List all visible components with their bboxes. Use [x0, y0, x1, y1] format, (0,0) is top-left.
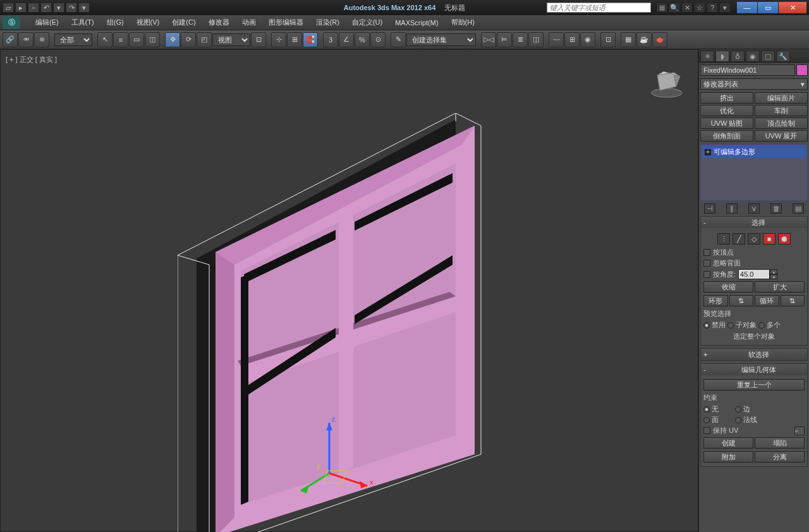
- select-icon[interactable]: ↖: [97, 32, 113, 47]
- viewcube[interactable]: [648, 63, 685, 98]
- dd-icon[interactable]: ▾: [719, 3, 731, 13]
- menu-graph[interactable]: 图形编辑器: [262, 18, 310, 27]
- angle-snap-icon[interactable]: ∠: [339, 32, 354, 47]
- radio-subobj[interactable]: [727, 322, 734, 329]
- menu-create[interactable]: 创建(C): [166, 18, 202, 27]
- mod-editpatch[interactable]: 编辑面片: [755, 92, 808, 104]
- rollout-soft-selection-header[interactable]: +软选择: [701, 349, 807, 360]
- rollout-edit-geometry-header[interactable]: -编辑几何体: [701, 364, 807, 375]
- mod-lathe[interactable]: 车削: [755, 105, 808, 116]
- radio-disable[interactable]: [703, 322, 710, 329]
- menu-help[interactable]: 帮助(H): [445, 18, 481, 27]
- chk-preserve-uv[interactable]: [703, 427, 710, 434]
- rollout-selection-header[interactable]: -选择: [701, 217, 807, 228]
- material-icon[interactable]: ◉: [580, 32, 595, 47]
- menu-modifiers[interactable]: 修改器: [202, 18, 236, 27]
- spin-up-icon[interactable]: ▴: [770, 269, 777, 274]
- new-icon[interactable]: ▱: [3, 3, 14, 13]
- pivot-icon[interactable]: ⊡: [251, 32, 266, 47]
- btn-attach[interactable]: 附加: [703, 451, 753, 462]
- menu-maxscript[interactable]: MAXScript(M): [389, 19, 444, 27]
- menu-customize[interactable]: 自定义(U): [346, 18, 389, 27]
- mod-vertpaint[interactable]: 顶点绘制: [755, 118, 808, 129]
- btn-loop[interactable]: 循环: [755, 295, 779, 306]
- render-prod-icon[interactable]: ☕: [636, 32, 652, 47]
- subobj-border-icon[interactable]: ◇: [748, 233, 760, 245]
- tab-hierarchy-icon[interactable]: ♁: [731, 51, 745, 62]
- tab-motion-icon[interactable]: ◉: [746, 51, 760, 62]
- object-color-swatch[interactable]: [796, 64, 808, 76]
- undo-icon[interactable]: ↶: [40, 3, 52, 13]
- star-icon[interactable]: ☆: [694, 3, 705, 13]
- selection-filter[interactable]: 全部: [54, 33, 92, 46]
- preserve-uv-settings-icon[interactable]: ▫: [794, 426, 805, 435]
- mirror-icon[interactable]: ▷◁: [481, 32, 496, 47]
- spinner-snap-icon[interactable]: ⊙: [370, 32, 386, 47]
- align-icon[interactable]: ⊨: [497, 32, 512, 47]
- menu-group[interactable]: 组(G): [100, 18, 130, 27]
- unlink-icon[interactable]: ⚮: [18, 32, 33, 47]
- snap-3-icon[interactable]: 3: [323, 32, 338, 47]
- app-menu-button[interactable]: Ⓢ: [3, 16, 20, 29]
- btn-collapse[interactable]: 塌陷: [755, 437, 805, 449]
- close-button[interactable]: ✕: [779, 2, 806, 13]
- radio-none[interactable]: [703, 406, 710, 413]
- save-icon[interactable]: ▫: [28, 3, 39, 13]
- object-name-input[interactable]: [700, 64, 795, 76]
- menu-tools[interactable]: 工具(T): [65, 18, 100, 27]
- tab-utilities-icon[interactable]: 🔧: [776, 51, 790, 62]
- search-icon[interactable]: 🔍: [669, 3, 680, 13]
- render-setup-icon[interactable]: ⊡: [600, 32, 616, 47]
- tab-display-icon[interactable]: ▢: [761, 51, 775, 62]
- maximize-button[interactable]: ▭: [758, 2, 778, 13]
- modifier-stack[interactable]: + 可编辑多边形: [700, 144, 808, 201]
- subobj-polygon-icon[interactable]: ■: [763, 233, 776, 245]
- undo-dd-icon[interactable]: ▾: [53, 3, 64, 13]
- remove-mod-icon[interactable]: 🗑: [770, 203, 782, 214]
- redo-icon[interactable]: ↷: [66, 3, 77, 13]
- search-input[interactable]: [547, 3, 651, 13]
- menu-edit[interactable]: 编辑(E): [29, 18, 65, 27]
- mod-bevelprofile[interactable]: 倒角剖面: [700, 130, 753, 142]
- chk-ignore-backface[interactable]: [703, 260, 710, 267]
- show-end-icon[interactable]: ∥: [726, 203, 738, 214]
- curve-editor-icon[interactable]: 〰: [549, 32, 564, 47]
- chk-by-vertex[interactable]: [703, 249, 710, 256]
- radio-edge[interactable]: [735, 406, 741, 413]
- select-name-icon[interactable]: ≡: [113, 32, 128, 47]
- layers-icon[interactable]: ≣: [513, 32, 528, 47]
- mod-extrude[interactable]: 挤出: [700, 92, 753, 104]
- btn-ring[interactable]: 环形: [703, 295, 728, 306]
- redo-dd-icon[interactable]: ▾: [78, 3, 90, 13]
- schematic-icon[interactable]: ⊞: [564, 32, 580, 47]
- expand-icon[interactable]: +: [705, 149, 711, 155]
- mod-uvwmap[interactable]: UVW 贴图: [700, 118, 753, 129]
- radio-normal[interactable]: [735, 417, 741, 423]
- mod-optimize[interactable]: 优化: [700, 105, 753, 116]
- btn-shrink[interactable]: 收缩: [703, 281, 753, 293]
- snap-toggle-icon[interactable]: 🧲: [303, 32, 318, 47]
- angle-input[interactable]: [738, 269, 770, 279]
- percent-snap-icon[interactable]: %: [355, 32, 370, 47]
- chk-by-angle[interactable]: [703, 271, 710, 278]
- ring-spin-icon[interactable]: ⇅: [729, 295, 754, 306]
- configure-icon[interactable]: ▤: [793, 203, 804, 214]
- menu-views[interactable]: 视图(V): [130, 18, 166, 27]
- subobj-element-icon[interactable]: ⬢: [778, 233, 791, 245]
- subobj-edge-icon[interactable]: ╱: [733, 233, 745, 245]
- mod-unwrap[interactable]: UVW 展开: [755, 130, 808, 142]
- layer-manager-icon[interactable]: ◫: [528, 32, 544, 47]
- help-icon[interactable]: ?: [707, 3, 718, 13]
- subobj-vertex-icon[interactable]: ⋮: [717, 233, 730, 245]
- loop-spin-icon[interactable]: ⇅: [781, 295, 805, 306]
- rotate-icon[interactable]: ⟳: [181, 32, 196, 47]
- btn-detach[interactable]: 分离: [755, 451, 805, 462]
- named-selection-set[interactable]: 创建选择集: [406, 33, 476, 46]
- radio-face[interactable]: [703, 417, 710, 423]
- tab-modify-icon[interactable]: ◗: [715, 51, 729, 62]
- manipulate-icon[interactable]: ⊹: [271, 32, 286, 47]
- edit-named-sel-icon[interactable]: ✎: [391, 32, 406, 47]
- render-frame-icon[interactable]: ▦: [621, 32, 636, 47]
- btn-repeat-last[interactable]: 重复上一个: [703, 379, 805, 390]
- viewport-label[interactable]: [ + ] 正交 [ 真实 ]: [6, 55, 57, 64]
